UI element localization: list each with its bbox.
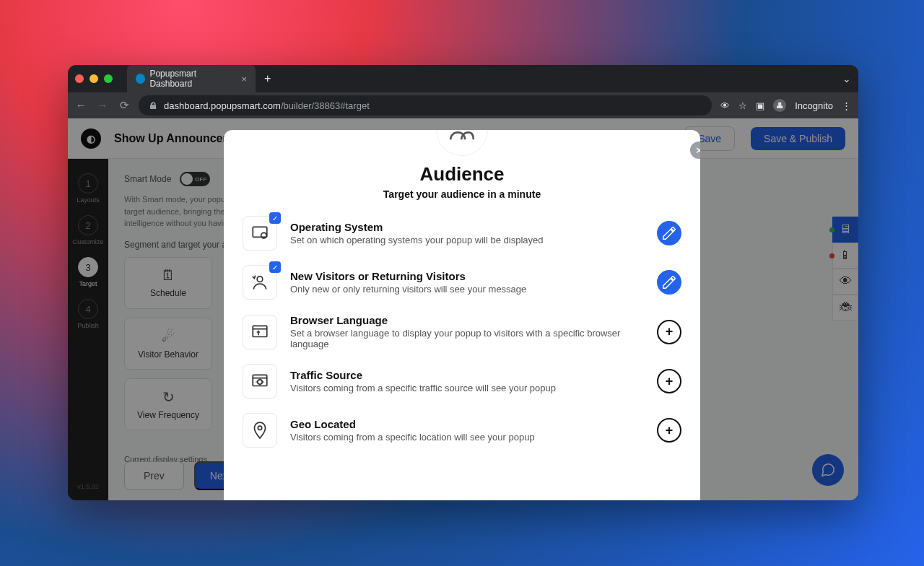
new-tab-button[interactable]: + [264,72,271,85]
add-button[interactable]: + [657,369,681,393]
modal-title: Audience [243,163,681,186]
edit-button[interactable] [657,270,681,295]
close-window-icon[interactable] [75,74,84,83]
maximize-window-icon[interactable] [104,74,113,83]
incognito-label: Incognito [795,100,833,111]
option-browser-language[interactable]: Browser LanguageSet a browser language t… [243,314,681,349]
incognito-icon: 👤︎ [773,99,786,112]
eye-off-icon[interactable]: 👁︎ [720,100,730,111]
language-icon [243,315,277,349]
reload-icon[interactable]: ⟳ [118,99,130,112]
url-toolbar: ← → ⟳ 🔒︎ dashboard.popupsmart.com/builde… [68,92,858,118]
tab-strip: Popupsmart Dashboard × + ⌄ [68,65,858,92]
audience-modal: ✕ Audience Target your audience in a min… [224,130,700,500]
forward-icon[interactable]: → [97,99,108,112]
tab-title: Popupsmart Dashboard [149,69,237,89]
favicon-icon [136,74,145,84]
svg-point-8 [258,426,261,430]
option-traffic-source[interactable]: Traffic SourceVisitors coming from a spe… [243,364,681,399]
lock-icon: 🔒︎ [149,100,158,111]
option-new-returning[interactable]: New Visitors or Returning VisitorsOnly n… [243,265,681,300]
os-icon [243,216,277,251]
svg-rect-2 [253,227,267,237]
target-icon [243,364,277,399]
add-button[interactable]: + [657,418,681,443]
add-button[interactable]: + [657,320,681,344]
edit-button[interactable] [657,221,681,245]
geo-icon [243,413,277,448]
extensions-icon[interactable]: ▣ [756,100,764,111]
option-operating-system[interactable]: Operating SystemSet on which operating s… [243,216,681,251]
svg-point-7 [258,380,263,385]
visitor-icon [243,265,277,300]
back-icon[interactable]: ← [75,99,87,112]
url-text: dashboard.popupsmart.com/builder/38863#t… [164,100,370,111]
close-tab-icon[interactable]: × [241,74,247,84]
svg-rect-5 [253,326,267,336]
window-controls[interactable] [75,74,113,83]
option-geo-located[interactable]: Geo LocatedVisitors coming from a specif… [243,413,681,448]
bookmark-icon[interactable]: ☆ [738,100,747,111]
chevron-down-icon[interactable]: ⌄ [842,73,851,84]
check-icon [269,261,281,273]
browser-window: Popupsmart Dashboard × + ⌄ ← → ⟳ 🔒︎ dash… [68,65,858,500]
svg-point-4 [257,277,263,282]
check-icon [269,212,281,224]
minimize-window-icon[interactable] [90,74,98,83]
address-bar[interactable]: 🔒︎ dashboard.popupsmart.com/builder/3886… [139,95,712,116]
modal-subtitle: Target your audience in a minute [243,188,681,200]
browser-tab[interactable]: Popupsmart Dashboard × [127,65,256,93]
kebab-menu-icon[interactable]: ⋮ [842,100,851,111]
